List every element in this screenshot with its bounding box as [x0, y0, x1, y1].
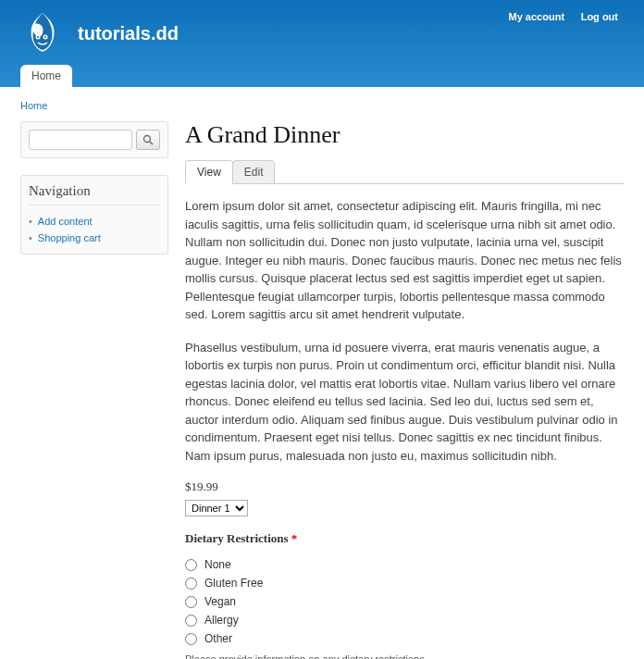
svg-line-5: [150, 142, 153, 144]
dietary-label: Dietary Restrictions *: [185, 531, 624, 546]
body-paragraph: Phasellus vestibulum, urna id posuere vi…: [185, 339, 624, 466]
dietary-help-text: Please provide information on any dietar…: [185, 653, 624, 659]
search-icon: [142, 134, 154, 145]
radio-input[interactable]: [185, 596, 197, 608]
radio-option-gluten-free[interactable]: Gluten Free: [185, 574, 624, 592]
body-paragraph: Lorem ipsum dolor sit amet, consectetur …: [185, 197, 624, 324]
radio-option-none[interactable]: None: [185, 555, 624, 574]
radio-input[interactable]: [185, 559, 197, 571]
sidebar-item-shopping-cart[interactable]: Shopping cart: [29, 230, 160, 246]
radio-input[interactable]: [185, 615, 197, 627]
variant-select[interactable]: Dinner 1: [185, 500, 248, 516]
dietary-options: None Gluten Free Vegan Allergy Other: [185, 555, 624, 648]
sidebar-link[interactable]: Add content: [38, 216, 93, 227]
radio-option-other[interactable]: Other: [185, 629, 624, 648]
drupal-logo-icon: [20, 9, 65, 57]
radio-option-allergy[interactable]: Allergy: [185, 611, 624, 629]
my-account-link[interactable]: My account: [509, 11, 565, 22]
radio-input[interactable]: [185, 578, 197, 590]
search-button[interactable]: [136, 130, 160, 150]
sidebar: Navigation Add content Shopping cart: [20, 121, 168, 659]
radio-input[interactable]: [185, 633, 197, 645]
search-block: [20, 121, 168, 158]
svg-point-4: [144, 136, 151, 143]
navigation-block: Navigation Add content Shopping cart: [20, 175, 168, 255]
content-tabs: ViewEdit: [185, 160, 624, 184]
breadcrumb-home[interactable]: Home: [20, 100, 47, 111]
svg-point-2: [37, 36, 39, 38]
svg-point-3: [44, 36, 46, 38]
main-content: A Grand Dinner ViewEdit Lorem ipsum dolo…: [185, 121, 624, 659]
required-indicator: *: [291, 531, 298, 545]
site-header: My account Log out tutorials.dd Home: [0, 0, 644, 87]
tab-edit[interactable]: Edit: [232, 160, 276, 184]
radio-option-vegan[interactable]: Vegan: [185, 592, 624, 611]
breadcrumb: Home: [0, 87, 644, 121]
search-input[interactable]: [29, 130, 132, 150]
sidebar-link[interactable]: Shopping cart: [38, 232, 101, 243]
page-title: A Grand Dinner: [185, 121, 624, 149]
price-display: $19.99: [185, 479, 624, 494]
navigation-title: Navigation: [29, 183, 160, 205]
sidebar-item-add-content[interactable]: Add content: [29, 213, 160, 230]
nav-tab-home[interactable]: Home: [20, 65, 72, 87]
tab-view[interactable]: View: [185, 160, 233, 184]
logout-link[interactable]: Log out: [581, 11, 618, 22]
site-name: tutorials.dd: [78, 23, 179, 44]
